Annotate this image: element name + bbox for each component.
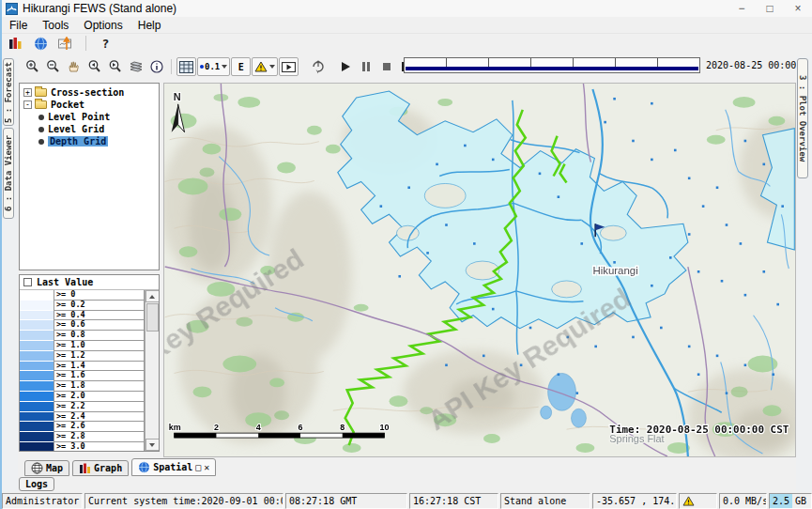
contour-interval-dropdown[interactable]: 0.1	[197, 57, 230, 76]
legend-swatch	[20, 301, 54, 311]
tree-node-level-point[interactable]: Level Point	[20, 111, 159, 123]
tree-label[interactable]: Level Point	[48, 112, 110, 122]
menu-help[interactable]: Help	[130, 17, 169, 34]
animation-movie-icon[interactable]	[279, 57, 299, 76]
database-viewer-icon[interactable]	[6, 34, 25, 53]
scale-bar-toggle-icon[interactable]: E	[231, 57, 251, 76]
minimize-button[interactable]: −	[728, 0, 756, 17]
layers-icon[interactable]	[126, 57, 146, 76]
title-bar: Hikurangi FEWS (Stand alone) − □ ×	[2, 0, 812, 17]
warning-layer-dropdown[interactable]	[252, 57, 278, 76]
legend-label: >= 1.2	[54, 351, 145, 362]
blue-globe-icon	[138, 461, 150, 473]
maximize-panel-icon[interactable]: □	[195, 463, 201, 472]
window-title: Hikurangi FEWS (Stand alone)	[23, 2, 176, 15]
menu-options[interactable]: Options	[76, 17, 130, 34]
status-warning-cell[interactable]	[679, 493, 717, 509]
help-button[interactable]: ?	[96, 34, 115, 53]
zoom-next-icon[interactable]	[105, 57, 125, 76]
last-value-checkbox[interactable]	[23, 278, 32, 286]
menu-tools[interactable]: Tools	[35, 17, 76, 34]
scale-tick: 6	[298, 423, 302, 432]
close-panel-icon[interactable]: ✕	[204, 463, 209, 472]
toolbar-separator	[171, 59, 172, 74]
pause-icon[interactable]	[356, 57, 375, 76]
tab-plot-overview[interactable]: 3 : Plot Overview	[797, 58, 808, 178]
leaf-bullet-icon	[38, 139, 44, 145]
rotate-profile-icon[interactable]	[308, 57, 328, 76]
legend-swatch	[20, 381, 54, 392]
timeseries-import-icon[interactable]	[56, 34, 76, 53]
legend-scrollbar[interactable]	[145, 290, 159, 451]
scroll-up-icon[interactable]	[146, 290, 160, 302]
tree-label-selected[interactable]: Depth Grid	[48, 136, 108, 147]
legend-swatch	[20, 331, 54, 341]
tree-label[interactable]: Cross-section	[51, 87, 124, 98]
scale-tick: 2	[214, 423, 219, 432]
tab-map-label: Map	[46, 463, 63, 473]
tree-node-pocket[interactable]: - Pocket	[20, 99, 159, 111]
legend-swatch	[20, 412, 54, 423]
folder-icon	[35, 88, 47, 97]
scroll-down-icon[interactable]	[146, 439, 160, 451]
scale-letter: E	[238, 62, 244, 72]
zoom-in-icon[interactable]	[23, 57, 42, 76]
chevron-down-icon	[269, 65, 275, 69]
close-button[interactable]: ×	[784, 0, 812, 17]
interval-value: 0.1	[205, 62, 220, 71]
time-slider[interactable]	[404, 57, 700, 73]
expand-icon[interactable]: +	[23, 88, 32, 97]
tab-map[interactable]: Map	[24, 460, 69, 476]
play-icon[interactable]	[335, 57, 355, 76]
logs-button[interactable]: Logs	[19, 477, 54, 491]
maximize-button[interactable]: □	[756, 0, 784, 17]
town-label: Hikurangi	[592, 265, 637, 276]
tab-graph[interactable]: Graph	[72, 460, 129, 476]
tab-spatial-label: Spatial	[153, 462, 192, 472]
scroll-thumb[interactable]	[146, 303, 159, 332]
tree-node-level-grid[interactable]: Level Grid	[20, 123, 159, 135]
pan-hand-icon[interactable]	[64, 57, 84, 76]
menu-file[interactable]: File	[2, 17, 35, 34]
status-bar: Administrator Current system time:2020-0…	[2, 492, 812, 509]
tab-data-viewer[interactable]: 6 : Data Viewer	[3, 128, 14, 219]
tree-label[interactable]: Pocket	[51, 100, 84, 110]
svg-text:N: N	[174, 91, 181, 102]
legend-row: >= 1.2	[20, 351, 145, 362]
legend-swatch	[20, 402, 54, 412]
legend-row: >= 3.0	[20, 442, 145, 451]
stop-icon[interactable]	[376, 57, 396, 76]
tree-node-cross-section[interactable]: + Cross-section	[20, 86, 159, 99]
zoom-out-icon[interactable]	[43, 57, 63, 76]
menu-bar: File Tools Options Help	[2, 17, 812, 34]
tab-spatial[interactable]: Spatial □ ✕	[131, 458, 216, 476]
legend-swatch	[20, 362, 54, 372]
legend-swatch	[20, 371, 54, 381]
tree-label[interactable]: Level Grid	[48, 124, 104, 134]
scale-tick: 10	[380, 423, 390, 432]
warning-triangle-icon	[682, 496, 695, 506]
legend-swatch	[20, 392, 54, 402]
layer-tree: + Cross-section - Pocket Level Point Lev…	[19, 83, 160, 270]
folder-icon	[35, 100, 47, 109]
zoom-previous-icon[interactable]	[84, 57, 104, 76]
legend-swatch	[20, 341, 54, 351]
status-coordinates: -35.657 , 174.199	[592, 493, 677, 509]
info-icon[interactable]	[146, 57, 166, 76]
collapse-icon[interactable]: -	[23, 100, 32, 109]
map-time-label: Time: 2020-08-25 00:00:00 CST	[609, 424, 789, 436]
left-tab-strip: 5 : Forecast 6 : Data Viewer	[2, 56, 18, 492]
tree-node-depth-grid[interactable]: Depth Grid	[20, 135, 159, 147]
warning-triangle-icon	[254, 61, 268, 72]
grid-display-icon[interactable]	[176, 57, 196, 76]
status-user: Administrator	[2, 493, 83, 509]
legend-label: >= 2.2	[54, 402, 145, 412]
tab-forecast[interactable]: 5 : Forecast	[3, 58, 14, 126]
app-logo-icon	[6, 3, 18, 15]
status-memory: 2.5 GB	[769, 493, 812, 509]
legend-row: >= 0.2	[20, 301, 145, 311]
map-canvas[interactable]: API Key Required API Key Required Hikura…	[164, 84, 795, 456]
spatial-map[interactable]: API Key Required API Key Required Hikura…	[163, 83, 796, 457]
legend-swatch	[20, 442, 54, 451]
map-display-icon[interactable]	[31, 34, 51, 53]
